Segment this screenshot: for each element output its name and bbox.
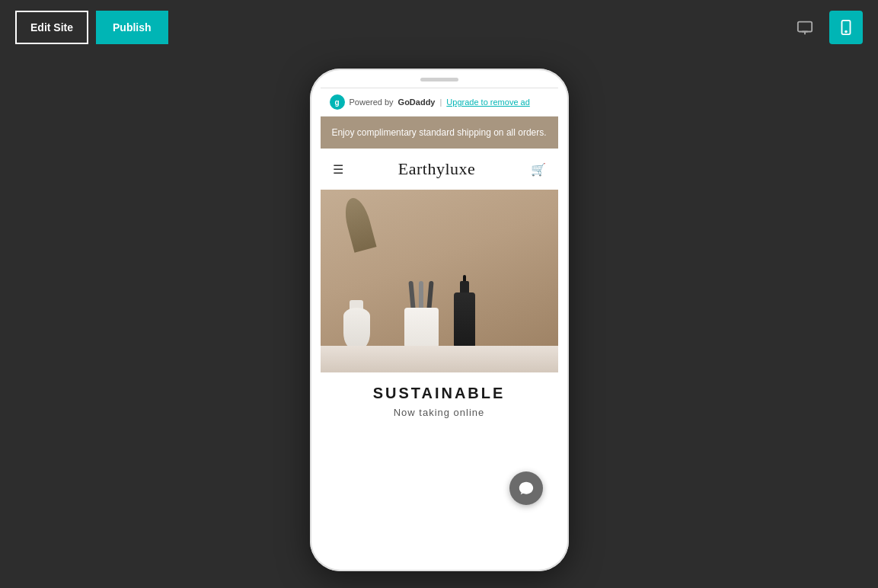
sustainable-title: SUSTAINABLE [333, 385, 546, 402]
cart-icon[interactable]: 🛒 [531, 162, 546, 177]
svg-rect-0 [798, 22, 812, 32]
godaddy-brand: GoDaddy [398, 97, 436, 107]
eco-scene [321, 190, 558, 372]
shipping-banner: Enjoy complimentary standard shipping on… [321, 117, 558, 149]
white-vase [343, 300, 370, 350]
sustainable-subtitle: Now taking online [333, 407, 546, 418]
view-icons [788, 11, 863, 44]
phone-mockup: g Powered by GoDaddy | Upgrade to remove… [310, 69, 569, 571]
publish-button[interactable]: Publish [96, 11, 168, 44]
chat-button[interactable] [509, 471, 543, 505]
phone-screen: g Powered by GoDaddy | Upgrade to remove… [321, 88, 558, 551]
desktop-view-button[interactable] [788, 11, 822, 44]
godaddy-logo: g [330, 94, 345, 110]
bottle-body [454, 292, 475, 350]
shipping-text: Enjoy complimentary standard shipping on… [331, 127, 546, 138]
black-bottle [454, 281, 475, 350]
vase-body [343, 308, 370, 350]
godaddy-divider: | [440, 97, 442, 107]
palm-leaf-decoration [340, 195, 376, 252]
godaddy-bar: g Powered by GoDaddy | Upgrade to remove… [321, 88, 558, 117]
sustainable-section: SUSTAINABLE Now taking online [321, 372, 558, 430]
toothbrush-holder [404, 281, 439, 350]
holder-cup [404, 308, 439, 350]
hamburger-icon[interactable]: ☰ [333, 162, 343, 177]
edit-site-button[interactable]: Edit Site [15, 11, 88, 44]
site-header: ☰ Earthyluxe 🛒 [321, 149, 558, 190]
toolbar: Edit Site Publish [0, 0, 878, 55]
site-title: Earthyluxe [398, 159, 476, 179]
phone-top-bar [310, 69, 569, 88]
hero-image [321, 190, 558, 372]
mobile-view-button[interactable] [829, 11, 863, 44]
powered-by-text: Powered by [350, 97, 394, 107]
svg-point-4 [845, 31, 847, 33]
upgrade-link[interactable]: Upgrade to remove ad [446, 97, 529, 107]
marble-shelf [321, 346, 558, 372]
phone-shell: g Powered by GoDaddy | Upgrade to remove… [310, 69, 569, 571]
phone-speaker [420, 78, 458, 81]
